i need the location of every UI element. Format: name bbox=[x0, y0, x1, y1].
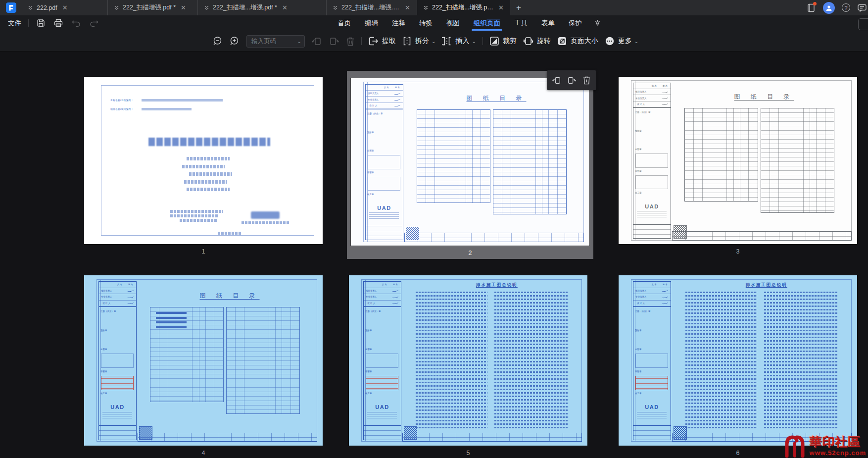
rotate-page-right-button bbox=[329, 36, 339, 46]
page-thumbnail-3[interactable]: 实 名签 名项目负责人专业负责人设 计 人注册（执业）章预留章出图章审图章竣工章… bbox=[619, 77, 857, 244]
document-tab[interactable]: 222.pdf ✕ bbox=[22, 0, 108, 15]
page-preview-detail bbox=[417, 109, 490, 203]
feedback-icon[interactable] bbox=[857, 3, 867, 13]
menu-edit[interactable]: 编辑 bbox=[358, 15, 385, 31]
page-preview-detail: 注册（执业）章 bbox=[635, 111, 669, 113]
page-preview-detail: 设 计 人 bbox=[99, 301, 136, 307]
page-preview-detail: 出图章 bbox=[635, 348, 669, 351]
help-icon[interactable]: ? bbox=[842, 3, 850, 12]
menu-tools[interactable]: 工具 bbox=[507, 15, 534, 31]
print-icon[interactable] bbox=[53, 18, 63, 28]
page-preview-detail: 项目负责人 bbox=[633, 288, 671, 295]
file-menu-button[interactable]: 文件 bbox=[0, 19, 28, 28]
page-thumbnail-6[interactable]: 实 名签 名项目负责人专业负责人设 计 人注册（执业）章预留章出图章审图章竣工章… bbox=[619, 275, 857, 446]
magic-wand-icon[interactable] bbox=[589, 15, 606, 31]
page-preview-detail bbox=[493, 109, 567, 215]
zoom-in-button[interactable] bbox=[230, 36, 240, 47]
page-preview-detail bbox=[156, 326, 187, 328]
page-preview-detail: 竣工章 bbox=[365, 392, 399, 395]
collapse-toolbar-button[interactable] bbox=[858, 18, 868, 30]
chevron-double-down-icon[interactable] bbox=[114, 5, 119, 10]
notification-icon[interactable] bbox=[806, 3, 816, 13]
zoom-out-button[interactable] bbox=[213, 36, 223, 47]
menu-comment[interactable]: 注释 bbox=[385, 15, 412, 31]
split-button[interactable]: 拆分 ⌄ bbox=[402, 36, 435, 46]
close-icon[interactable]: ✕ bbox=[179, 4, 188, 11]
page-preview: 实 名签 名项目负责人专业负责人设 计 人注册（执业）章预留章出图章审图章竣工章… bbox=[619, 275, 857, 446]
more-button[interactable]: 更多 ⌄ bbox=[605, 36, 638, 46]
document-tab[interactable]: 222_扫描增强.pdf * ✕ bbox=[108, 0, 198, 15]
tab-bar: 222.pdf ✕ 222_扫描增强.pdf * ✕ 222_扫描增...增强.… bbox=[0, 0, 868, 15]
document-tab[interactable]: 222_扫描增...增强.pdf * ✕ bbox=[327, 0, 417, 15]
close-icon[interactable]: ✕ bbox=[61, 4, 69, 11]
page-preview-detail: 竣工章 bbox=[367, 193, 401, 196]
page-preview-detail: 项目负责人 bbox=[366, 91, 403, 97]
menu-protect[interactable]: 保护 bbox=[562, 15, 589, 31]
chevron-double-down-icon[interactable] bbox=[333, 5, 338, 10]
menu-bar: 文件 首页 编辑 注释 转换 视图 组织页面 工具 表单 保护 bbox=[0, 15, 868, 31]
close-icon[interactable]: ✕ bbox=[403, 4, 412, 11]
menu-home[interactable]: 首页 bbox=[331, 15, 358, 31]
document-tab[interactable]: 222_扫描增...增强.pdf * ✕ bbox=[198, 0, 327, 15]
page-number-input-wrap: ⌄ bbox=[246, 35, 305, 48]
page-preview-detail: 预留章 bbox=[365, 329, 399, 332]
page-preview-detail bbox=[102, 412, 132, 420]
rotate-page-right-button[interactable] bbox=[566, 75, 577, 86]
chevron-double-down-icon[interactable] bbox=[28, 5, 33, 10]
close-icon[interactable]: ✕ bbox=[497, 4, 505, 11]
rotate-button[interactable]: 旋转 bbox=[523, 36, 551, 46]
tab-title: 222_扫描增...增强.pdf * bbox=[341, 3, 400, 12]
page-preview-detail: 项目名称/项目编号： bbox=[110, 107, 142, 110]
page-preview-detail: 工程名称/工程编号： bbox=[110, 99, 142, 102]
new-tab-button[interactable]: + bbox=[510, 0, 527, 15]
close-icon[interactable]: ✕ bbox=[281, 4, 289, 11]
app-logo-icon[interactable] bbox=[0, 0, 22, 15]
save-icon[interactable] bbox=[36, 18, 46, 28]
insert-button[interactable]: 插入 ⌄ bbox=[442, 36, 476, 46]
thumbnail-hover-toolbar bbox=[547, 70, 596, 90]
page-preview-detail bbox=[672, 231, 852, 241]
user-avatar[interactable] bbox=[823, 2, 835, 14]
crop-button[interactable]: 裁剪 bbox=[489, 36, 517, 46]
page-preview-detail bbox=[369, 212, 399, 220]
page-preview-detail: 图 纸 目 录 bbox=[685, 93, 843, 101]
split-label: 拆分 bbox=[415, 37, 429, 46]
page-number-input[interactable] bbox=[246, 35, 305, 48]
rotate-page-left-button[interactable] bbox=[551, 75, 562, 86]
chevron-double-down-icon[interactable] bbox=[423, 5, 429, 10]
pdf-editor-window: 222.pdf ✕ 222_扫描增强.pdf * ✕ 222_扫描增...增强.… bbox=[0, 0, 868, 458]
page-preview-detail: UAD bbox=[633, 204, 671, 209]
chevron-double-down-icon[interactable] bbox=[204, 5, 209, 10]
page-thumbnail-1[interactable]: 工程名称/工程编号：项目名称/项目编号： 1 bbox=[84, 77, 323, 244]
page-preview-detail bbox=[251, 211, 280, 219]
page-preview: 实 名签 名项目负责人专业负责人设 计 人注册（执业）章预留章出图章审图章竣工章… bbox=[349, 275, 587, 446]
page-preview-detail: 预留章 bbox=[367, 131, 401, 134]
page-preview-detail: 出图章 bbox=[365, 348, 399, 351]
page-preview-detail: 竣工章 bbox=[635, 192, 669, 194]
page-preview-detail: 注册（执业）章 bbox=[635, 310, 669, 312]
page-preview-detail: 项目负责人 bbox=[633, 89, 671, 95]
menu-view[interactable]: 视图 bbox=[439, 15, 467, 31]
document-tab-active[interactable]: 222_扫描增...增强.pdf * ✕ bbox=[417, 0, 510, 15]
extract-button[interactable]: 提取 bbox=[368, 36, 396, 46]
page-thumbnail-5[interactable]: 实 名签 名项目负责人专业负责人设 计 人注册（执业）章预留章出图章审图章竣工章… bbox=[349, 275, 587, 446]
page-preview-detail bbox=[170, 210, 223, 213]
page-preview-detail bbox=[366, 354, 398, 368]
menu-forms[interactable]: 表单 bbox=[534, 15, 562, 31]
menu-convert[interactable]: 转换 bbox=[412, 15, 439, 31]
menu-organize-pages[interactable]: 组织页面 bbox=[467, 15, 507, 31]
page-preview-detail bbox=[99, 425, 136, 440]
page-thumbnail-4[interactable]: 实 名签 名项目负责人专业负责人设 计 人注册（执业）章预留章出图章审图章竣工章… bbox=[84, 275, 323, 446]
page-preview-detail bbox=[189, 172, 232, 176]
page-preview-detail bbox=[187, 188, 230, 191]
chevron-down-icon: ⌄ bbox=[432, 39, 435, 44]
undo-icon bbox=[71, 18, 81, 28]
page-preview-detail: 设 计 人 bbox=[633, 102, 671, 107]
watermark-logo-icon bbox=[783, 433, 807, 458]
insert-label: 插入 bbox=[455, 37, 469, 46]
page-thumbnail-2-selected[interactable]: 实 名签 名项目负责人专业负责人设 计 人注册（执业）章预留章出图章审图章竣工章… bbox=[347, 71, 593, 259]
page-preview-detail: 图 纸 目 录 bbox=[418, 94, 575, 102]
delete-page-button[interactable] bbox=[581, 75, 592, 86]
page-preview-detail: 实 名签 名项目负责人专业负责人设 计 人注册（执业）章预留章出图章审图章竣工章… bbox=[98, 281, 137, 440]
page-size-button[interactable]: 页面大小 bbox=[557, 36, 598, 46]
